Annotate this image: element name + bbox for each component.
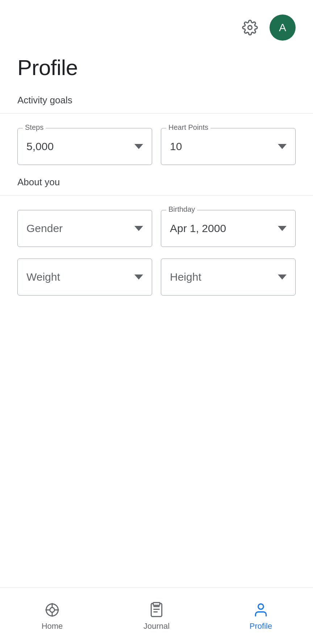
heart-points-select[interactable]: Heart Points 10 — [161, 128, 296, 165]
nav-profile-label: Profile — [250, 622, 272, 631]
height-select[interactable]: Height — [161, 259, 296, 296]
gender-placeholder: Gender — [26, 222, 63, 235]
activity-goals-row: Steps 5,000 Heart Points 10 — [0, 128, 313, 165]
weight-placeholder: Weight — [26, 271, 60, 283]
profile-icon — [252, 601, 270, 619]
nav-home-label: Home — [42, 622, 63, 631]
journal-icon — [148, 601, 165, 619]
svg-point-2 — [50, 607, 55, 612]
height-placeholder: Height — [170, 271, 201, 283]
activity-goals-label: Activity goals — [0, 95, 313, 113]
svg-rect-11 — [153, 602, 160, 605]
birthday-chevron-icon — [278, 226, 287, 231]
activity-goals-section: Activity goals Steps 5,000 Heart Points … — [0, 95, 313, 165]
weight-height-row: Weight Height — [0, 259, 313, 296]
birthday-select[interactable]: Birthday Apr 1, 2000 — [161, 210, 296, 247]
steps-value: 5,000 — [26, 140, 54, 153]
nav-journal[interactable]: Journal — [104, 595, 209, 637]
svg-point-12 — [258, 604, 264, 609]
gender-birthday-row: Gender Birthday Apr 1, 2000 — [0, 210, 313, 247]
heart-points-label: Heart Points — [166, 123, 210, 132]
heart-points-value: 10 — [170, 140, 182, 153]
activity-goals-divider — [0, 113, 313, 113]
height-chevron-icon — [278, 274, 287, 280]
steps-label: Steps — [23, 123, 46, 132]
header: A — [0, 0, 313, 48]
svg-point-0 — [248, 26, 252, 30]
heart-points-chevron-icon — [278, 144, 287, 149]
weight-select[interactable]: Weight — [17, 259, 152, 296]
gear-icon — [242, 20, 258, 36]
home-icon — [43, 601, 61, 619]
birthday-value: Apr 1, 2000 — [170, 222, 226, 235]
about-you-divider — [0, 195, 313, 195]
page-title: Profile — [0, 48, 313, 95]
nav-profile[interactable]: Profile — [209, 595, 313, 637]
bottom-nav: Home Journal Profile — [0, 587, 313, 644]
birthday-label: Birthday — [166, 205, 197, 214]
nav-home[interactable]: Home — [0, 595, 104, 637]
gender-chevron-icon — [134, 226, 143, 231]
steps-select[interactable]: Steps 5,000 — [17, 128, 152, 165]
weight-chevron-icon — [134, 274, 143, 280]
avatar[interactable]: A — [270, 15, 296, 41]
about-you-label: About you — [0, 177, 313, 195]
settings-button[interactable] — [239, 17, 261, 38]
about-you-section: About you Gender Birthday Apr 1, 2000 — [0, 177, 313, 296]
nav-journal-label: Journal — [143, 622, 170, 631]
gender-select[interactable]: Gender — [17, 210, 152, 247]
steps-chevron-icon — [134, 144, 143, 149]
